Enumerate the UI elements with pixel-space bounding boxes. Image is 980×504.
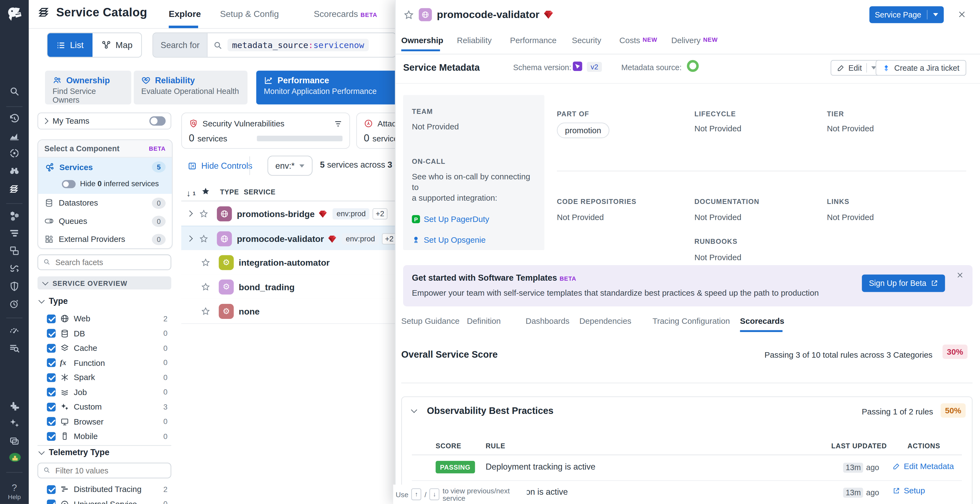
search-input[interactable]: metadata_source:servicenow: [208, 33, 396, 57]
checkbox-checked[interactable]: [47, 388, 56, 396]
view-card-reliability[interactable]: Reliability Evaluate Operational Health: [134, 71, 248, 105]
security-vulnerabilities-card[interactable]: Security Vulnerabilities 0 services: [181, 112, 350, 149]
search-icon[interactable]: [9, 86, 20, 97]
table-row[interactable]: promotions-bridge env:prod +2: [181, 201, 401, 226]
hide-inferred-toggle[interactable]: [62, 180, 76, 188]
component-item-services[interactable]: Services 5: [38, 158, 172, 176]
drawer-tab-security[interactable]: Security: [572, 36, 601, 45]
type-facet-group-header[interactable]: Type: [39, 297, 68, 306]
setup-opsgenie-link[interactable]: Set Up Opsgenie: [412, 235, 535, 244]
component-item-datastores[interactable]: Datastores 0: [38, 194, 172, 212]
hide-controls-button[interactable]: Hide Controls: [188, 161, 253, 171]
apm-traces-icon[interactable]: [9, 228, 20, 239]
table-row-selected[interactable]: promocode-validator env:prod +2: [181, 226, 401, 252]
workspaces-icon[interactable]: [9, 435, 20, 447]
checkbox-checked[interactable]: [47, 417, 56, 426]
subtab-tracing-configuration[interactable]: Tracing Configuration: [652, 316, 730, 326]
service-page-button[interactable]: Service Page: [869, 6, 944, 23]
more-tags-chip[interactable]: +2: [382, 233, 396, 244]
my-teams-toggle[interactable]: [149, 116, 165, 126]
setup-pagerduty-link[interactable]: P Set Up PagerDuty: [412, 215, 535, 224]
drawer-tab-performance[interactable]: Performance: [510, 36, 557, 45]
checkbox-checked[interactable]: [47, 500, 56, 504]
service-column-header[interactable]: SERVICE: [244, 188, 276, 196]
expand-chevron-icon[interactable]: [187, 211, 193, 217]
checkbox-checked[interactable]: [47, 329, 56, 338]
close-icon[interactable]: [958, 10, 966, 19]
subtab-definition[interactable]: Definition: [467, 316, 501, 326]
drawer-tab-reliability[interactable]: Reliability: [457, 36, 492, 45]
search-query[interactable]: metadata_source:servicenow: [228, 39, 368, 51]
create-jira-ticket-button[interactable]: Create a Jira ticket: [875, 60, 966, 76]
drawer-tab-costs[interactable]: CostsNEW: [619, 36, 657, 45]
env-tag[interactable]: env:prod: [342, 233, 379, 244]
binoculars-icon[interactable]: [9, 165, 20, 176]
watchdog-icon[interactable]: [9, 147, 20, 159]
component-item-queues[interactable]: Queues 0: [38, 212, 172, 230]
setup-link[interactable]: Setup: [892, 486, 925, 495]
edit-metadata-link[interactable]: Edit Metadata: [892, 461, 954, 471]
checkbox-checked[interactable]: [47, 485, 56, 494]
view-card-performance[interactable]: Performance Monitor Application Performa…: [256, 71, 413, 105]
checkbox-checked[interactable]: [47, 344, 56, 352]
drawer-tab-ownership[interactable]: Ownership: [401, 36, 443, 45]
view-card-ownership[interactable]: Ownership Find Service Owners: [45, 71, 131, 105]
subtab-dashboards[interactable]: Dashboards: [526, 316, 570, 326]
my-teams-filter[interactable]: My Teams: [37, 112, 171, 129]
subtab-setup-guidance[interactable]: Setup Guidance: [401, 316, 460, 326]
metrics-icon[interactable]: [9, 131, 20, 142]
map-view-button[interactable]: Map: [92, 33, 141, 57]
star-icon[interactable]: [201, 306, 210, 315]
env-filter-dropdown[interactable]: env:*: [267, 156, 312, 175]
datadog-logo-icon[interactable]: [5, 4, 24, 23]
table-row[interactable]: ⚙ bond_trading: [181, 274, 401, 300]
log-search-icon[interactable]: [9, 343, 20, 354]
subtab-scorecards[interactable]: Scorecards: [740, 316, 784, 326]
ai-sparkles-icon[interactable]: [9, 418, 20, 429]
star-icon[interactable]: [199, 209, 208, 218]
star-icon[interactable]: [199, 234, 208, 243]
slo-icon[interactable]: [9, 298, 20, 309]
checkbox-checked[interactable]: [47, 314, 56, 323]
table-row[interactable]: ⚙ integration-automator: [181, 250, 401, 275]
tab-explore[interactable]: Explore: [169, 9, 201, 19]
partof-value-pill[interactable]: promotion: [557, 123, 609, 138]
star-icon[interactable]: [201, 258, 210, 267]
sign-up-beta-button[interactable]: Sign Up for Beta: [862, 274, 945, 292]
banner-close-icon[interactable]: [956, 271, 964, 279]
expand-chevron-icon[interactable]: [187, 235, 193, 242]
subtab-dependencies[interactable]: Dependencies: [579, 316, 631, 326]
security-shield-icon[interactable]: [9, 281, 20, 292]
star-icon[interactable]: [404, 10, 414, 20]
history-icon[interactable]: [9, 113, 20, 124]
gauge-icon[interactable]: [9, 325, 20, 336]
search-facets-field[interactable]: [54, 257, 165, 267]
help-button[interactable]: ? Help: [0, 482, 29, 500]
checkbox-checked[interactable]: [47, 373, 56, 382]
telemetry-filter-input[interactable]: [37, 463, 171, 478]
service-overview-section[interactable]: SERVICE OVERVIEW: [37, 276, 171, 289]
integrations-puzzle-icon[interactable]: [9, 400, 20, 411]
edit-button[interactable]: Edit: [831, 60, 882, 76]
checkbox-checked[interactable]: [47, 402, 56, 411]
table-row[interactable]: ⚙ none: [181, 299, 401, 324]
more-tags-chip[interactable]: +2: [372, 208, 387, 219]
telemetry-facet-group-header[interactable]: Telemetry Type: [39, 448, 110, 457]
checkbox-checked[interactable]: [47, 432, 56, 441]
sort-column-header[interactable]: ↓1: [186, 188, 196, 198]
filter-icon[interactable]: [334, 119, 342, 128]
component-item-external-providers[interactable]: External Providers 0: [38, 230, 172, 248]
service-catalog-icon[interactable]: [9, 184, 20, 195]
org-avatar[interactable]: [9, 453, 21, 463]
checkbox-checked[interactable]: [47, 359, 56, 367]
tab-scorecards[interactable]: ScorecardsBETA: [314, 9, 377, 19]
drawer-tab-delivery[interactable]: DeliveryNEW: [671, 36, 718, 45]
list-view-button[interactable]: List: [48, 33, 92, 57]
collapse-chevron-icon[interactable]: [411, 407, 417, 413]
telemetry-filter-field[interactable]: [54, 466, 165, 475]
infrastructure-icon[interactable]: [9, 210, 20, 222]
dashboards-icon[interactable]: [9, 245, 20, 256]
search-facets-input[interactable]: [37, 254, 171, 270]
env-tag[interactable]: env:prod: [332, 208, 369, 219]
type-column-header[interactable]: TYPE: [220, 188, 239, 196]
